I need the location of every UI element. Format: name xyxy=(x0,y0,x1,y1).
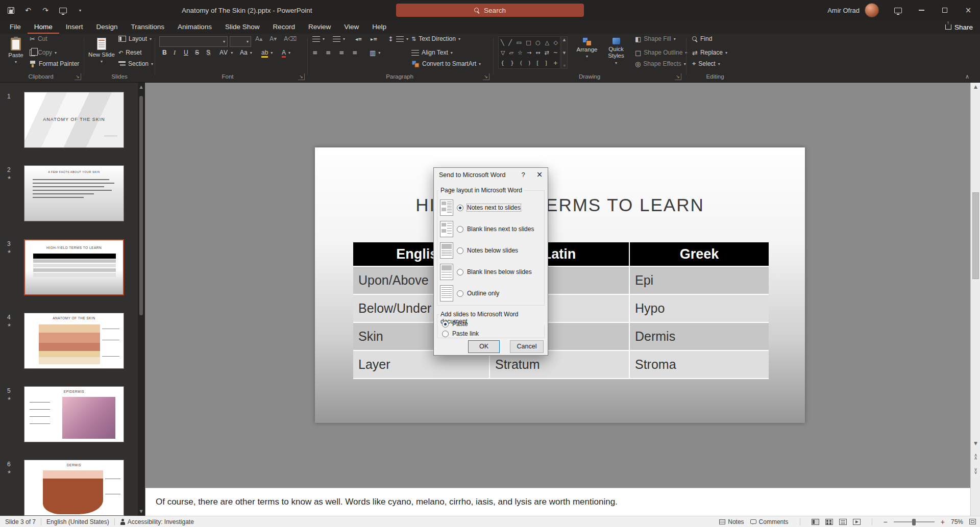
section-button[interactable]: Section ▾ xyxy=(118,59,153,69)
slide-thumbnail-6[interactable]: DERMIS xyxy=(24,460,124,516)
change-case-button[interactable]: Aa ▾ xyxy=(240,47,252,58)
slide-thumbnail-3-selected[interactable]: HIGH-YIELD TERMS TO LEARN xyxy=(24,239,124,295)
replace-button[interactable]: ⇄ Replace ▾ xyxy=(692,47,727,58)
next-slide-button[interactable]: ∨∨ xyxy=(971,468,980,474)
table-cell[interactable]: Epi xyxy=(630,267,769,295)
notes-toggle-button[interactable]: Notes xyxy=(719,518,744,525)
shapes-gallery[interactable]: ╲╱▭□○△◇ ▽▱☆→↔⇄~ {}()[]+ xyxy=(498,36,560,69)
scrollbar-thumb[interactable] xyxy=(139,96,143,315)
cut-button[interactable]: ✂ Cut xyxy=(30,34,47,44)
tab-review[interactable]: Review xyxy=(302,20,337,34)
paste-button[interactable]: Paste ▾ xyxy=(4,36,28,69)
accessibility-button[interactable]: Accessibility: Investigate xyxy=(120,518,194,525)
radio-paste-link[interactable]: Paste link xyxy=(442,329,479,338)
save-button[interactable] xyxy=(6,6,15,15)
close-button[interactable]: × xyxy=(957,0,980,20)
character-spacing-button[interactable]: AV ▾ xyxy=(219,47,233,58)
dialog-close-button[interactable]: × xyxy=(531,168,548,182)
zoom-level[interactable]: 75% xyxy=(951,518,963,525)
underline-button[interactable]: U xyxy=(184,47,188,58)
previous-slide-button[interactable]: ∧∧ xyxy=(971,454,980,460)
zoom-slider-thumb[interactable] xyxy=(912,519,916,525)
help-button[interactable]: ? xyxy=(516,168,530,182)
grow-font-button[interactable]: A▴ xyxy=(255,34,262,44)
dialog-titlebar[interactable]: Send to Microsoft Word ? × xyxy=(434,168,548,182)
new-slide-button[interactable]: New Slide ▾ xyxy=(88,36,115,69)
notes-text[interactable]: Of course, there are other terms to know… xyxy=(145,497,618,507)
radio-notes-below-slides[interactable]: Notes below slides xyxy=(440,241,546,260)
radio-outline-only[interactable]: Outline only xyxy=(440,284,546,303)
notes-pane[interactable]: Of course, there are other terms to know… xyxy=(145,488,970,516)
tab-help[interactable]: Help xyxy=(365,20,393,34)
customize-qat-button[interactable]: ▾ xyxy=(76,6,85,15)
normal-view-button[interactable] xyxy=(812,519,819,525)
slide-thumbnail-5[interactable]: EPIDERMIS xyxy=(24,386,124,442)
slide-title[interactable]: HIGH-YIELD TERMS TO LEARN xyxy=(315,195,805,215)
align-text-button[interactable]: Align Text ▾ xyxy=(411,47,453,58)
zoom-out-button[interactable]: − xyxy=(884,518,888,526)
italic-button[interactable]: I xyxy=(174,47,176,58)
justify-button[interactable]: ≡ xyxy=(352,47,357,58)
language-indicator[interactable]: English (United States) xyxy=(46,518,109,525)
increase-indent-button[interactable]: ▸≡ xyxy=(371,34,377,44)
table-cell[interactable]: Stroma xyxy=(630,351,769,379)
bullets-button[interactable]: ▾ xyxy=(312,34,325,44)
align-left-button[interactable]: ≡ xyxy=(312,47,317,58)
select-button[interactable]: ⌖ Select ▾ xyxy=(692,59,720,69)
tab-animations[interactable]: Animations xyxy=(171,20,218,34)
tab-insert[interactable]: Insert xyxy=(59,20,90,34)
quick-styles-button[interactable]: Quick Styles ▾ xyxy=(602,36,630,69)
align-center-button[interactable]: ≡ xyxy=(326,47,331,58)
tab-home[interactable]: Home xyxy=(28,20,59,34)
redo-button[interactable]: ↷ xyxy=(41,6,50,15)
arrange-button[interactable]: Arrange ▾ xyxy=(574,36,600,69)
text-shadow-button[interactable]: S xyxy=(206,47,210,58)
shapes-gallery-scrollbar[interactable]: ▲ ▼ ≡ xyxy=(561,36,568,69)
slide-thumbnail-4[interactable]: ANATOMY OF THE SKIN xyxy=(24,313,124,369)
radio-notes-next-to-slides[interactable]: Notes next to slides xyxy=(440,198,546,217)
clear-formatting-button[interactable]: A⌫ xyxy=(284,34,297,44)
ribbon-display-options-button[interactable] xyxy=(886,0,910,20)
drawing-dialog-launcher[interactable]: ↘ xyxy=(675,73,681,80)
paragraph-dialog-launcher[interactable]: ↘ xyxy=(483,73,489,80)
search-box[interactable]: Search xyxy=(396,4,584,17)
table-cell[interactable]: Hypo xyxy=(630,295,769,323)
columns-button[interactable]: ▥ ▾ xyxy=(370,47,380,58)
shape-effects-button[interactable]: ◎ Shape Effects ▾ xyxy=(635,59,686,69)
decrease-indent-button[interactable]: ◂≡ xyxy=(355,34,362,44)
avatar[interactable] xyxy=(865,3,879,17)
zoom-in-button[interactable]: + xyxy=(941,518,945,526)
fit-slide-to-window-button[interactable] xyxy=(969,519,976,524)
text-direction-button[interactable]: ⇅ Text Direction ▾ xyxy=(411,34,460,44)
ok-button[interactable]: OK xyxy=(468,340,500,353)
shrink-font-button[interactable]: A▾ xyxy=(270,34,277,44)
cancel-button[interactable]: Cancel xyxy=(510,340,544,353)
scroll-up-icon[interactable]: ▲ xyxy=(971,84,980,89)
table-cell[interactable]: Dermis xyxy=(630,323,769,351)
align-right-button[interactable]: ≡ xyxy=(339,47,344,58)
layout-button[interactable]: Layout ▾ xyxy=(118,34,152,44)
text-highlight-button[interactable]: ab ▾ xyxy=(261,47,273,58)
main-vertical-scrollbar[interactable]: ▲ ▼ ∧∧ ∨∨ xyxy=(970,83,980,516)
slide-thumbnail-2[interactable]: A FEW FACTS ABOUT YOUR SKIN xyxy=(24,165,124,221)
scrollbar-thumb[interactable] xyxy=(972,192,979,279)
numbering-button[interactable]: ▾ xyxy=(333,34,345,44)
start-slideshow-button[interactable] xyxy=(58,6,67,15)
line-spacing-button[interactable]: ↕ ▾ xyxy=(388,34,408,44)
zoom-slider[interactable] xyxy=(894,521,935,522)
convert-to-smartart-button[interactable]: Convert to SmartArt ▾ xyxy=(411,59,481,69)
comments-button[interactable]: Comments xyxy=(750,518,789,525)
clipboard-dialog-launcher[interactable]: ↘ xyxy=(75,73,81,80)
radio-blank-lines-next-to-slides[interactable]: Blank lines next to slides xyxy=(440,220,546,238)
slide-sorter-view-button[interactable] xyxy=(825,519,833,525)
find-button[interactable]: Find xyxy=(692,34,712,44)
font-color-button[interactable]: A ▾ xyxy=(282,47,290,58)
slide-canvas[interactable]: HIGH-YIELD TERMS TO LEARN English Latin … xyxy=(315,147,805,423)
scroll-down-icon[interactable]: ▼ xyxy=(138,509,144,514)
tab-file[interactable]: File xyxy=(3,20,28,34)
thumbnail-panel-scrollbar[interactable]: ▲ ▼ xyxy=(138,83,144,516)
tab-slide-show[interactable]: Slide Show xyxy=(218,20,266,34)
share-button[interactable]: Share xyxy=(945,20,973,34)
format-painter-button[interactable]: Format Painter xyxy=(30,59,79,69)
tab-transitions[interactable]: Transitions xyxy=(125,20,172,34)
